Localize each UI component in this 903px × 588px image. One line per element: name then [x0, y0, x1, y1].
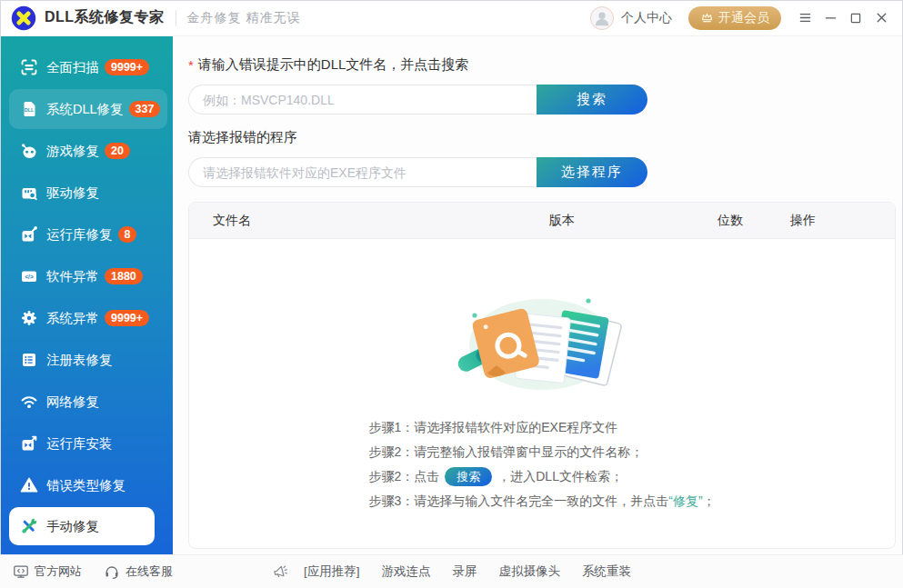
minimize-icon[interactable] — [819, 7, 841, 29]
dll-file-icon: DLL — [20, 100, 38, 118]
badge-count: 337 — [129, 101, 161, 117]
app-body: 全面扫描 9999+ DLL 系统DLL修复 337 — [0, 36, 903, 554]
sidebar-item-label: 系统异常 — [46, 310, 99, 327]
select-program-button[interactable]: 选择程序 — [537, 157, 647, 187]
badge-count: 1880 — [105, 268, 143, 284]
step4-highlight-repair: “修复” — [668, 489, 702, 513]
sidebar-item-error-type-repair[interactable]: 错误类型修复 — [9, 465, 167, 505]
sidebar-item-system-dll-repair[interactable]: DLL 系统DLL修复 337 — [9, 89, 167, 129]
titlebar: DLL系统修复专家 金舟修复 精准无误 个人中心 开通会员 — [0, 0, 903, 36]
app-window: DLL系统修复专家 金舟修复 精准无误 个人中心 开通会员 — [0, 0, 903, 588]
app-recommend-label[interactable]: [应用推荐] — [304, 563, 360, 580]
sidebar-item-label: 网络修复 — [46, 394, 99, 411]
gear-icon — [20, 309, 38, 327]
dll-search-row: 搜索 — [188, 85, 647, 115]
footer-link-screen-record[interactable]: 录屏 — [453, 563, 477, 580]
step1-text: 请选择报错软件对应的EXE程序文件 — [414, 415, 617, 440]
maximize-icon[interactable] — [845, 7, 867, 29]
sidebar-item-label: 全面扫描 — [46, 59, 99, 76]
step-row-1: 步骤1： 请选择报错软件对应的EXE程序文件 — [368, 415, 715, 440]
step4-prefix: 步骤3： — [368, 489, 414, 513]
step3-text-after: ，进入DLL文件检索； — [497, 464, 623, 489]
step-row-3: 步骤2： 点击 搜索 ，进入DLL文件检索； — [368, 464, 715, 489]
footer-center-links: [应用推荐] 游戏连点 录屏 虚拟摄像头 系统重装 — [272, 563, 631, 580]
table-header-row: 文件名 版本 位数 操作 — [189, 203, 895, 239]
sidebar-item-label: 手动修复 — [46, 518, 99, 535]
exe-path-input[interactable] — [188, 157, 537, 187]
warning-icon — [20, 476, 38, 494]
sidebar-item-driver-repair[interactable]: 驱动修复 — [9, 173, 167, 213]
sidebar: 全面扫描 9999+ DLL 系统DLL修复 337 — [0, 36, 173, 554]
sidebar-item-network-repair[interactable]: 网络修复 — [9, 382, 167, 422]
step-row-2: 步骤2： 请完整输入报错弹窗中显示的文件名称； — [368, 440, 715, 464]
column-header-version: 版本 — [549, 213, 717, 229]
window-controls — [794, 7, 892, 29]
code-icon: </> — [20, 267, 38, 285]
sidebar-item-runtime-repair[interactable]: 运行库修复 8 — [9, 214, 167, 254]
sidebar-item-system-error[interactable]: 系统异常 9999+ — [9, 298, 167, 338]
empty-state-illustration — [451, 279, 633, 401]
sidebar-item-manual-repair[interactable]: 手动修复 — [9, 507, 155, 545]
column-header-bits: 位数 — [717, 213, 790, 229]
user-center-link[interactable]: 个人中心 — [621, 10, 672, 26]
sidebar-item-full-scan[interactable]: 全面扫描 9999+ — [9, 47, 167, 87]
footer-link-game-clicker[interactable]: 游戏连点 — [382, 563, 431, 580]
titlebar-right: 个人中心 开通会员 — [590, 6, 892, 30]
megaphone-icon — [272, 563, 289, 580]
official-site-label: 官方网站 — [35, 563, 82, 580]
runtime-repair-icon — [20, 225, 38, 244]
sidebar-item-label: 错误类型修复 — [46, 477, 125, 494]
sidebar-item-runtime-install[interactable]: 运行库安装 — [9, 424, 167, 463]
step2-prefix: 步骤2： — [368, 440, 414, 464]
step1-prefix: 步骤1： — [368, 415, 414, 440]
sidebar-item-software-error[interactable]: </> 软件异常 1880 — [9, 256, 167, 296]
headset-icon — [104, 563, 120, 580]
program-select-row: 选择程序 — [188, 157, 647, 187]
app-title: DLL系统修复专家 — [45, 8, 165, 27]
dll-search-label: * 请输入错误提示中的DLL文件名，并点击搜索 — [188, 56, 896, 74]
gamepad-icon — [20, 142, 38, 160]
column-header-action: 操作 — [790, 213, 895, 229]
sidebar-item-label: 游戏修复 — [46, 143, 99, 160]
crown-icon — [700, 11, 714, 25]
table-empty-state: 步骤1： 请选择报错软件对应的EXE程序文件 步骤2： 请完整输入报错弹窗中显示… — [189, 239, 895, 548]
program-select-label-text: 请选择报错的程序 — [188, 129, 297, 146]
badge-count: 9999+ — [105, 310, 149, 326]
dll-name-input[interactable] — [188, 85, 537, 115]
menu-icon[interactable] — [794, 7, 816, 29]
registry-list-icon — [20, 351, 38, 369]
step-row-4: 步骤3： 请选择与输入文件名完全一致的文件，并点击 “修复” ； — [368, 489, 715, 513]
sidebar-item-label: 系统DLL修复 — [46, 101, 124, 118]
sidebar-item-label: 软件异常 — [46, 268, 99, 285]
vip-upgrade-button[interactable]: 开通会员 — [688, 6, 781, 30]
close-icon[interactable] — [870, 7, 892, 29]
sidebar-item-game-repair[interactable]: 游戏修复 20 — [9, 131, 167, 171]
footer-link-system-reinstall[interactable]: 系统重装 — [582, 563, 631, 580]
column-header-filename: 文件名 — [189, 213, 549, 229]
runtime-install-icon — [20, 434, 38, 453]
step2-text: 请完整输入报错弹窗中显示的文件名称； — [414, 440, 643, 464]
sidebar-item-registry-repair[interactable]: 注册表修复 — [9, 340, 167, 380]
main-panel: * 请输入错误提示中的DLL文件名，并点击搜索 搜索 请选择报错的程序 选择程序… — [173, 36, 903, 554]
steps-instructions: 步骤1： 请选择报错软件对应的EXE程序文件 步骤2： 请完整输入报错弹窗中显示… — [368, 415, 715, 513]
online-service-link[interactable]: 在线客服 — [104, 563, 173, 580]
user-avatar[interactable] — [590, 6, 614, 30]
title-divider — [176, 10, 176, 26]
sidebar-item-label: 驱动修复 — [46, 184, 99, 202]
results-table: 文件名 版本 位数 操作 — [188, 202, 896, 549]
scan-icon — [20, 58, 38, 76]
app-slogan: 金舟修复 精准无误 — [187, 10, 301, 26]
search-button[interactable]: 搜索 — [537, 85, 647, 115]
sidebar-item-label: 运行库修复 — [46, 226, 113, 244]
step3-text-before: 点击 — [414, 464, 439, 489]
svg-text:</>: </> — [25, 274, 34, 280]
tools-icon — [20, 517, 38, 535]
svg-text:DLL: DLL — [25, 107, 35, 113]
footer-link-virtual-camera[interactable]: 虚拟摄像头 — [499, 563, 561, 580]
footer: 官方网站 在线客服 — [0, 554, 903, 588]
footer-left-links: 官方网站 在线客服 — [13, 563, 173, 580]
app-logo-icon — [11, 5, 36, 31]
official-site-link[interactable]: 官方网站 — [13, 563, 82, 580]
wifi-icon — [20, 393, 38, 411]
sidebar-item-label: 注册表修复 — [46, 352, 113, 369]
